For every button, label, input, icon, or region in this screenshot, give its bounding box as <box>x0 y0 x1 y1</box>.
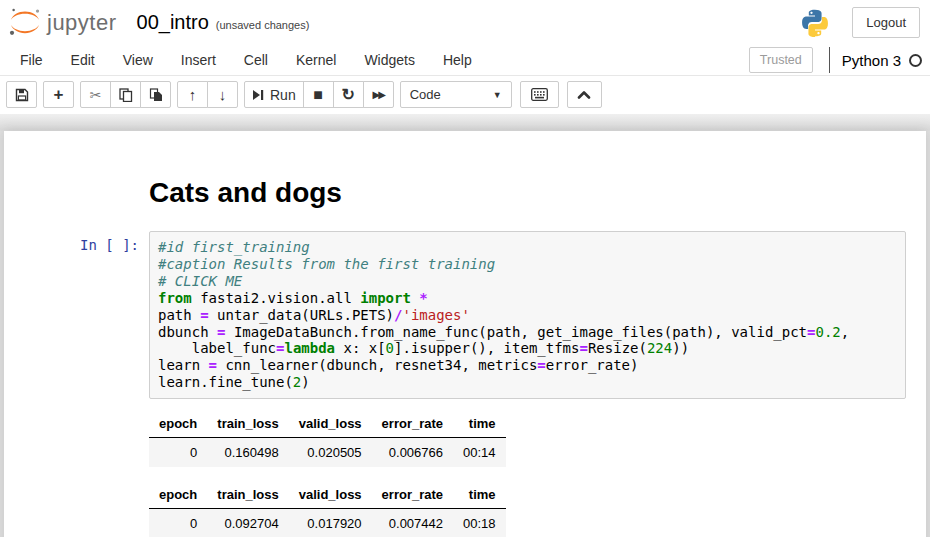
code-token: learn <box>158 357 209 373</box>
code-token: 'images' <box>402 307 469 323</box>
arrow-down-icon: ↓ <box>219 87 227 102</box>
kernel-divider <box>829 47 830 73</box>
column-header-error_rate: error_rate <box>372 481 453 509</box>
save-button[interactable] <box>6 81 37 108</box>
paste-cell-button[interactable] <box>140 81 171 108</box>
column-header-error_rate: error_rate <box>372 410 453 438</box>
code-line: learn.fine_tune(2) <box>158 374 897 391</box>
kernel-idle-icon <box>909 54 922 67</box>
code-token: ) <box>301 374 309 390</box>
output-prompt <box>24 406 149 537</box>
table-cell: 0.006766 <box>372 438 453 468</box>
code-token: from <box>158 290 192 306</box>
code-token: = <box>209 357 217 373</box>
code-token: import <box>360 290 411 306</box>
code-line: learn = cnn_learner(dbunch, resnet34, me… <box>158 357 897 374</box>
code-token: ].isupper(), item_tfms <box>394 340 579 356</box>
code-token: dbunch <box>158 324 217 340</box>
code-token: #caption Results from the first training <box>158 256 495 272</box>
chevron-up-icon <box>577 90 591 99</box>
jupyter-logo[interactable]: jupyter <box>8 7 117 38</box>
trusted-button[interactable]: Trusted <box>749 47 813 73</box>
code-token: Resize( <box>588 340 647 356</box>
code-token: = <box>579 340 587 356</box>
table-cell: 0.160498 <box>207 438 288 468</box>
table-cell: 0.017920 <box>289 509 372 537</box>
code-token: #id first_training <box>158 239 310 255</box>
column-header-train_loss: train_loss <box>207 410 288 438</box>
code-token: 0 <box>386 340 394 356</box>
cell-type-select[interactable]: Code ▼ <box>400 81 512 108</box>
code-token: untar_data(URLs.PETS) <box>209 307 394 323</box>
plus-icon: + <box>54 86 64 103</box>
fast-forward-icon: ▶▶ <box>372 89 383 100</box>
copy-icon <box>119 88 133 102</box>
menu-item-insert[interactable]: Insert <box>167 46 230 74</box>
move-cell-up-button[interactable]: ↑ <box>177 81 208 108</box>
table-cell: 0.007442 <box>372 509 453 537</box>
menu-item-kernel[interactable]: Kernel <box>282 46 350 74</box>
logout-button[interactable]: Logout <box>852 7 920 38</box>
column-header-valid_loss: valid_loss <box>289 410 372 438</box>
run-cell-button[interactable]: Run <box>244 81 304 108</box>
code-token: )) <box>672 340 689 356</box>
run-button-label: Run <box>270 87 296 103</box>
code-cell[interactable]: In [ ]: #id first_training#caption Resul… <box>19 226 911 404</box>
cut-cell-button[interactable]: ✂ <box>80 81 111 108</box>
menu-item-widgets[interactable]: Widgets <box>350 46 429 74</box>
code-token: fastai2.vision.all <box>192 290 361 306</box>
code-token: error_rate) <box>546 357 639 373</box>
input-prompt: In [ ]: <box>24 231 149 399</box>
toolbar: + ✂ ↑ ↓ Run ■ ↻ ▶▶ Code ▼ <box>0 76 930 114</box>
checkpoint-status: (unsaved changes) <box>216 14 310 31</box>
table-cell: 0.092704 <box>207 509 288 537</box>
table-row: 00.1604980.0205050.00676600:14 <box>149 438 506 468</box>
column-header-time: time <box>453 410 506 438</box>
code-token: * <box>419 290 427 306</box>
jupyter-logo-icon <box>8 7 42 38</box>
code-line: dbunch = ImageDataBunch.from_name_func(p… <box>158 324 897 341</box>
table-cell: 0 <box>149 509 207 537</box>
code-line: #id first_training <box>158 239 897 256</box>
menu-item-file[interactable]: File <box>6 46 57 74</box>
scroll-up-button[interactable] <box>567 81 602 108</box>
kernel-name: Python 3 <box>842 52 901 69</box>
move-cell-down-button[interactable]: ↓ <box>207 81 238 108</box>
code-token: lambda <box>284 340 335 356</box>
epoch-metrics-table: epochtrain_lossvalid_losserror_ratetime0… <box>149 410 506 467</box>
code-token: 0.2 <box>815 324 840 340</box>
cut-icon: ✂ <box>90 88 102 102</box>
menu-item-edit[interactable]: Edit <box>57 46 109 74</box>
notebook-title[interactable]: 00_intro <box>137 11 209 34</box>
code-editor[interactable]: #id first_training#caption Results from … <box>149 231 906 399</box>
menu-item-help[interactable]: Help <box>429 46 486 74</box>
code-token: , <box>841 324 849 340</box>
code-token: # CLICK ME <box>158 273 242 289</box>
code-line: # CLICK ME <box>158 273 897 290</box>
interrupt-kernel-button[interactable]: ■ <box>303 81 334 108</box>
table-row: 00.0927040.0179200.00744200:18 <box>149 509 506 537</box>
cell-type-value: Code <box>410 87 441 102</box>
menu-item-cell[interactable]: Cell <box>230 46 282 74</box>
column-header-epoch: epoch <box>149 481 207 509</box>
insert-cell-button[interactable]: + <box>43 81 74 108</box>
command-palette-button[interactable] <box>520 81 559 108</box>
column-header-epoch: epoch <box>149 410 207 438</box>
menu-item-view[interactable]: View <box>109 46 167 74</box>
markdown-cell[interactable]: Cats and dogs <box>19 158 911 222</box>
restart-kernel-button[interactable]: ↻ <box>333 81 364 108</box>
code-token: ImageDataBunch.from_name_func(path, get_… <box>225 324 807 340</box>
code-token: = <box>200 307 208 323</box>
restart-icon: ↻ <box>341 87 354 103</box>
notebook-container: Cats and dogs In [ ]: #id first_training… <box>4 131 926 537</box>
code-token: 224 <box>647 340 672 356</box>
code-line: #caption Results from the first training <box>158 256 897 273</box>
caret-down-icon: ▼ <box>493 90 502 100</box>
code-token: cnn_learner(dbunch, resnet34, metrics <box>217 357 537 373</box>
paste-icon <box>149 88 163 102</box>
epoch-metrics-table: epochtrain_lossvalid_losserror_ratetime0… <box>149 481 506 537</box>
code-token: label_func <box>158 340 276 356</box>
save-icon <box>15 88 29 102</box>
restart-run-all-button[interactable]: ▶▶ <box>363 81 394 108</box>
copy-cell-button[interactable] <box>110 81 141 108</box>
